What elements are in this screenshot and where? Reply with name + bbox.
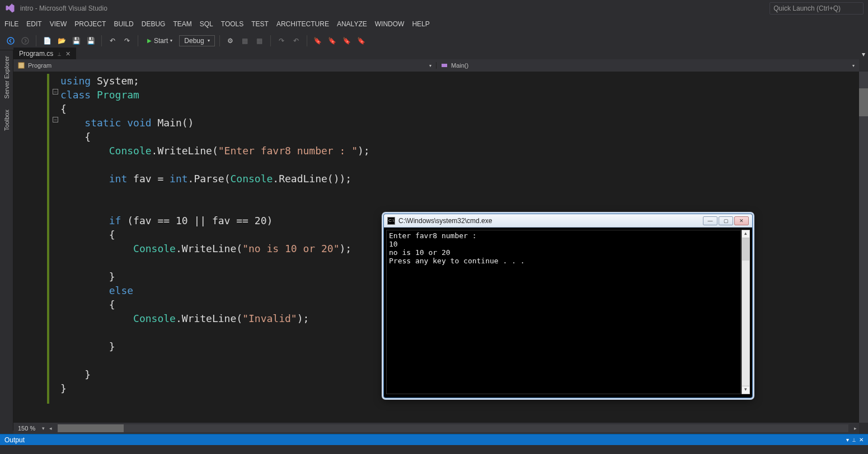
pin-icon[interactable]: ⟂ xyxy=(58,51,61,57)
class-name: Program xyxy=(28,62,51,69)
class-dropdown[interactable]: Program ▾ xyxy=(13,62,436,69)
zoom-level[interactable]: 150 % xyxy=(13,425,40,432)
gutter xyxy=(13,72,49,423)
editor-footer: 150 % ▾ ◂ ▸ xyxy=(13,423,859,434)
close-button[interactable]: ✕ xyxy=(734,216,749,225)
separator xyxy=(307,35,307,46)
close-icon[interactable]: ✕ xyxy=(65,50,71,58)
vs-logo-icon xyxy=(4,3,16,14)
separator xyxy=(138,35,138,46)
tab-overflow-icon[interactable]: ▾ xyxy=(859,50,868,59)
pin-icon[interactable]: ⟂ xyxy=(852,437,856,443)
fold-icon[interactable]: − xyxy=(53,117,58,122)
scrollbar-thumb[interactable] xyxy=(742,238,749,261)
menu-analyze[interactable]: ANALYZE xyxy=(337,20,367,28)
save-icon[interactable]: 💾 xyxy=(70,35,82,47)
menu-tools[interactable]: TOOLS xyxy=(221,20,243,28)
chevron-down-icon: ▾ xyxy=(852,63,855,68)
console-scrollbar[interactable]: ▴ ▾ xyxy=(742,230,750,394)
menu-window[interactable]: WINDOW xyxy=(375,20,405,28)
menu-architecture[interactable]: ARCHITECTURE xyxy=(276,20,329,28)
member-dropdown[interactable]: Main() ▾ xyxy=(436,62,859,69)
separator xyxy=(219,35,220,46)
separator xyxy=(101,35,102,46)
step-icon[interactable]: ↶ xyxy=(290,35,302,47)
start-button[interactable]: ▶ Start ▾ xyxy=(143,36,177,46)
file-tab-label: Program.cs xyxy=(19,50,53,58)
menubar: FILEEDITVIEWPROJECTBUILDDEBUGTEAMSQLTOOL… xyxy=(0,17,868,31)
config-dropdown[interactable]: Debug ▾ xyxy=(179,35,214,46)
scroll-right-icon[interactable]: ▸ xyxy=(852,425,859,431)
redo-icon[interactable]: ↷ xyxy=(121,35,133,47)
output-label: Output xyxy=(4,436,25,444)
vertical-scrollbar[interactable] xyxy=(859,72,868,423)
scroll-down-icon[interactable]: ▾ xyxy=(742,386,749,394)
config-label: Debug xyxy=(184,37,204,45)
statusbar xyxy=(0,445,868,454)
breakpoint-icon[interactable]: 🔖 xyxy=(355,35,368,47)
svg-point-0 xyxy=(7,37,14,44)
menu-test[interactable]: TEST xyxy=(251,20,269,28)
separator xyxy=(270,35,271,46)
titlebar: intro - Microsoft Visual Studio Quick La… xyxy=(0,0,868,17)
close-icon[interactable]: ✕ xyxy=(859,437,864,443)
class-icon xyxy=(18,62,25,69)
svg-point-1 xyxy=(22,37,29,44)
console-window[interactable]: C:\ C:\Windows\system32\cmd.exe — ▢ ✕ En… xyxy=(383,214,753,398)
sidebar: Server ExplorerToolbox xyxy=(0,50,13,431)
side-tab-server-explorer[interactable]: Server Explorer xyxy=(2,50,11,104)
toolbar-icon[interactable]: ▦ xyxy=(239,35,251,47)
play-icon: ▶ xyxy=(147,37,152,44)
menu-edit[interactable]: EDIT xyxy=(26,20,41,28)
horizontal-scrollbar[interactable] xyxy=(58,424,848,432)
svg-rect-3 xyxy=(442,64,447,67)
chevron-down-icon[interactable]: ▾ xyxy=(40,425,47,431)
breakpoint-icon[interactable]: 🔖 xyxy=(312,35,324,47)
minimize-button[interactable]: — xyxy=(703,216,717,225)
step-icon[interactable]: ↷ xyxy=(275,35,288,47)
breakpoint-icon[interactable]: 🔖 xyxy=(341,35,353,47)
menu-project[interactable]: PROJECT xyxy=(74,20,106,28)
console-output[interactable]: Enter favr8 number : 10 no is 10 or 20 P… xyxy=(386,230,741,394)
save-all-icon[interactable]: 💾 xyxy=(85,35,97,47)
menu-build[interactable]: BUILD xyxy=(114,20,133,28)
undo-icon[interactable]: ↶ xyxy=(106,35,119,47)
chevron-down-icon: ▾ xyxy=(208,38,210,43)
toolbar-icon[interactable]: ▦ xyxy=(254,35,266,47)
quick-launch-input[interactable]: Quick Launch (Ctrl+Q) xyxy=(770,2,864,15)
new-project-icon[interactable]: 📄 xyxy=(41,35,53,47)
toolbar-icon[interactable]: ⚙ xyxy=(224,35,237,47)
maximize-button[interactable]: ▢ xyxy=(719,216,733,225)
menu-file[interactable]: FILE xyxy=(4,20,18,28)
side-tab-toolbox[interactable]: Toolbox xyxy=(2,104,11,136)
menu-team[interactable]: TEAM xyxy=(173,20,191,28)
open-file-icon[interactable]: 📂 xyxy=(55,35,68,47)
change-marker xyxy=(47,74,49,404)
menu-sql[interactable]: SQL xyxy=(200,20,213,28)
menu-help[interactable]: HELP xyxy=(412,20,429,28)
chevron-down-icon[interactable]: ▾ xyxy=(846,437,849,443)
breakpoint-icon[interactable]: 🔖 xyxy=(326,35,339,47)
scrollbar-thumb[interactable] xyxy=(859,88,868,116)
document-tabs: Program.cs ⟂ ✕ xyxy=(13,47,868,59)
file-tab-program[interactable]: Program.cs ⟂ ✕ xyxy=(13,48,76,59)
scrollbar-thumb[interactable] xyxy=(58,424,124,432)
fold-icon[interactable]: − xyxy=(53,89,58,94)
navigation-bar: Program ▾ Main() ▾ xyxy=(13,59,859,72)
window-title: intro - Microsoft Visual Studio xyxy=(20,4,107,12)
menu-view[interactable]: VIEW xyxy=(50,20,67,28)
scroll-left-icon[interactable]: ◂ xyxy=(47,425,54,431)
console-titlebar[interactable]: C:\ C:\Windows\system32\cmd.exe — ▢ ✕ xyxy=(384,214,752,228)
start-label: Start xyxy=(154,37,168,45)
cmd-icon: C:\ xyxy=(387,217,395,225)
svg-rect-2 xyxy=(18,63,24,68)
console-title: C:\Windows\system32\cmd.exe xyxy=(398,217,492,225)
chevron-down-icon: ▾ xyxy=(429,63,431,68)
menu-debug[interactable]: DEBUG xyxy=(142,20,166,28)
nav-forward-icon[interactable] xyxy=(19,35,31,47)
member-name: Main() xyxy=(451,62,468,69)
chevron-down-icon: ▾ xyxy=(170,38,172,43)
output-panel[interactable]: Output ▾ ⟂ ✕ xyxy=(0,434,868,445)
nav-back-icon[interactable] xyxy=(4,35,17,47)
scroll-up-icon[interactable]: ▴ xyxy=(742,230,749,238)
